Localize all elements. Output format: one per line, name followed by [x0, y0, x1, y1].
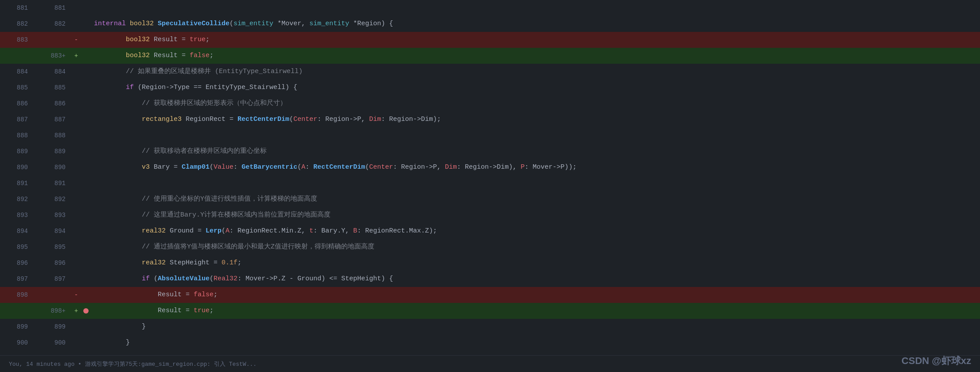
token-param-name: Dim — [445, 159, 457, 175]
token-text: Result = — [94, 287, 194, 303]
token-text: : — [305, 159, 313, 175]
new-line-num: 886 — [33, 96, 71, 112]
breakpoint-area[interactable] — [82, 48, 90, 64]
breakpoint-area[interactable] — [82, 175, 90, 191]
code-line-21: 899899 } — [0, 319, 980, 335]
diff-marker: + — [71, 48, 82, 64]
orig-line-num: 899 — [0, 319, 33, 335]
code-content: real32 StepHeight = 0.1f; — [90, 255, 980, 271]
orig-line-num: 900 — [0, 335, 33, 351]
breakpoint-area[interactable] — [82, 319, 90, 335]
token-kw-internal: internal — [94, 16, 126, 32]
token-text: ( — [365, 159, 369, 175]
token-kw-bool32: bool32 — [126, 48, 150, 64]
code-content: // 使用重心坐标的Y值进行线性插值，计算楼梯的地面高度 — [90, 191, 980, 207]
breakpoint-area[interactable] — [82, 223, 90, 239]
breakpoint-area[interactable] — [82, 303, 90, 319]
token-kw-v3: v3 — [142, 159, 150, 175]
token-text: ; — [206, 32, 210, 48]
token-text: ( — [210, 159, 214, 175]
orig-line-num: 891 — [0, 175, 33, 191]
token-kw-if: if — [126, 80, 134, 96]
breakpoint-area[interactable] — [82, 80, 90, 96]
breakpoint-area[interactable] — [82, 32, 90, 48]
diff-marker — [71, 175, 82, 191]
new-line-num: 898+ — [33, 303, 71, 319]
breakpoint-area[interactable] — [82, 335, 90, 351]
token-comment: // 通过插值将Y值与楼梯区域的最小和最大Z值进行映射，得到精确的地面高度 — [142, 239, 374, 255]
code-content: if (AbsoluteValue(Real32: Mover->P.Z - G… — [90, 271, 980, 287]
orig-line-num: 888 — [0, 128, 33, 143]
token-kw-bool32: bool32 — [130, 16, 154, 32]
breakpoint-area[interactable] — [82, 271, 90, 287]
breakpoint-area[interactable] — [82, 159, 90, 175]
breakpoint-area[interactable] — [82, 96, 90, 112]
diff-marker: - — [71, 32, 82, 48]
code-line-20: 898++ Result = true; — [0, 303, 980, 319]
new-line-num: 894 — [33, 223, 71, 239]
token-param-name: B — [353, 223, 357, 239]
token-comment: // 使用重心坐标的Y值进行线性插值，计算楼梯的地面高度 — [142, 191, 317, 207]
breakpoint-area[interactable] — [82, 239, 90, 255]
diff-marker — [71, 255, 82, 271]
code-content: bool32 Result = false; — [90, 48, 980, 64]
orig-line-num: 892 — [0, 191, 33, 207]
new-line-num: 884 — [33, 64, 71, 80]
token-param-name: Value — [214, 159, 233, 175]
token-text: ( — [222, 223, 226, 239]
diff-marker — [71, 64, 82, 80]
token-text — [94, 319, 142, 335]
diff-marker — [71, 239, 82, 255]
token-text — [94, 191, 142, 207]
breakpoint-area[interactable] — [82, 143, 90, 159]
breakpoint-area[interactable] — [82, 287, 90, 303]
code-line-13: 892892 // 使用重心坐标的Y值进行线性插值，计算楼梯的地面高度 — [0, 191, 980, 207]
token-text — [94, 32, 126, 48]
new-line-num — [33, 287, 71, 303]
code-content — [90, 175, 980, 191]
code-line-2: 882882internal bool32 SpeculativeCollide… — [0, 16, 980, 32]
breakpoint-area[interactable] — [82, 0, 90, 16]
breakpoint-area[interactable] — [82, 128, 90, 143]
diff-marker — [71, 335, 82, 351]
token-kw-bool32: bool32 — [126, 32, 150, 48]
new-line-num: 900 — [33, 335, 71, 351]
diff-marker — [71, 319, 82, 335]
code-line-1: 881881 — [0, 0, 980, 16]
diff-marker — [71, 223, 82, 239]
token-text: ; — [210, 48, 214, 64]
orig-line-num: 881 — [0, 0, 33, 16]
token-text — [94, 207, 142, 223]
code-line-4: 883++ bool32 Result = false; — [0, 48, 980, 64]
token-text: Result = — [150, 48, 190, 64]
diff-marker — [71, 128, 82, 143]
code-line-16: 895895 // 通过插值将Y值与楼梯区域的最小和最大Z值进行映射，得到精确的… — [0, 239, 980, 255]
breakpoint-area[interactable] — [82, 64, 90, 80]
token-fn-call: AbsoluteValue — [158, 271, 210, 287]
token-text: : Region->Dim); — [381, 112, 441, 128]
breakpoint-area[interactable] — [82, 255, 90, 271]
breakpoint-area[interactable] — [82, 191, 90, 207]
orig-line-num: 896 — [0, 255, 33, 271]
token-text: : Mover->P)); — [525, 159, 576, 175]
token-text — [94, 239, 142, 255]
orig-line-num: 885 — [0, 80, 33, 96]
code-content: Result = true; — [90, 303, 980, 319]
new-line-num: 881 — [33, 0, 71, 16]
token-param-name: Center — [293, 112, 317, 128]
token-text: ( — [210, 271, 214, 287]
token-text — [94, 80, 126, 96]
breakpoint-area[interactable] — [82, 112, 90, 128]
code-content: // 获取移动者在楼梯井区域内的重心坐标 — [90, 143, 980, 159]
token-text — [94, 96, 142, 112]
orig-line-num: 882 — [0, 16, 33, 32]
token-text: ( — [297, 159, 301, 175]
code-content — [90, 128, 980, 143]
breakpoint-area[interactable] — [82, 16, 90, 32]
code-content: rectangle3 RegionRect = RectCenterDim(Ce… — [90, 112, 980, 128]
code-line-19: 898- Result = false; — [0, 287, 980, 303]
orig-line-num: 895 — [0, 239, 33, 255]
token-text — [94, 159, 142, 175]
token-text: ; — [237, 255, 241, 271]
breakpoint-area[interactable] — [82, 207, 90, 223]
